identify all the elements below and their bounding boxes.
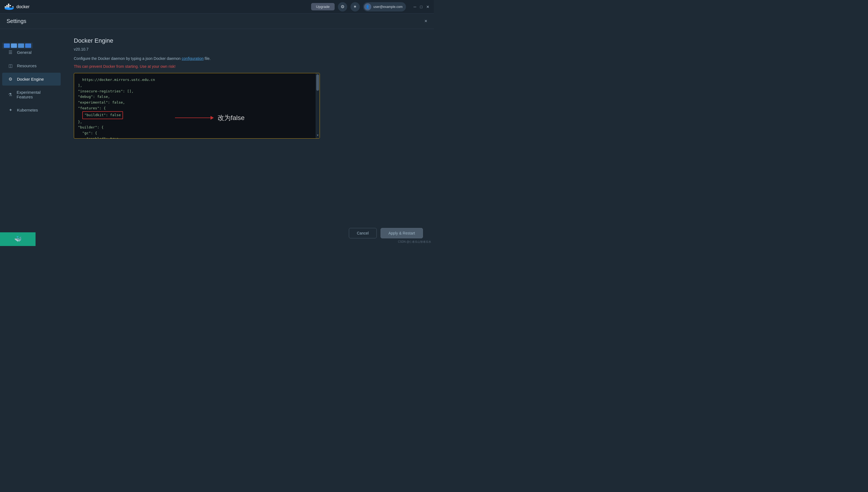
sidebar-item-resources-label: Resources (17, 64, 36, 68)
settings-close-button[interactable]: × (424, 18, 427, 24)
top-bar: docker Upgrade ⚙ ✴ 👤 user@example.com ─ … (0, 0, 434, 14)
svg-point-7 (12, 6, 14, 7)
sidebar-item-kubernetes-label: Kubernetes (17, 108, 38, 112)
description-pre: Configure the Docker daemon by typing a … (74, 56, 182, 61)
main-content: ☰ General ◫ Resources ⚙ Docker Engine ⚗ … (0, 29, 434, 246)
notifications-icon-button[interactable]: ✴ (350, 2, 360, 11)
kubernetes-icon: ✦ (8, 107, 13, 113)
bottom-buttons: Cancel Apply & Restart (349, 228, 423, 238)
sidebar-item-kubernetes[interactable]: ✦ Kubernetes (2, 104, 61, 117)
cancel-button[interactable]: Cancel (349, 228, 377, 238)
app-name: docker (17, 4, 29, 9)
user-name: user@example.com (373, 5, 403, 9)
sidebar-item-experimental-label: Experimental Features (17, 90, 55, 99)
toolbar-icon-4 (25, 44, 31, 48)
toolbar-icons (2, 43, 33, 49)
general-icon: ☰ (8, 50, 13, 55)
settings-header: Settings × (0, 14, 434, 29)
config-link[interactable]: configuration (182, 56, 204, 61)
scrollbar-thumb[interactable] (316, 74, 319, 91)
maximize-button[interactable]: □ (420, 5, 422, 9)
top-bar-left: docker (4, 3, 29, 11)
docker-engine-icon: ⚙ (8, 76, 13, 82)
toolbar-icon-2 (11, 44, 17, 48)
settings-icon-button[interactable]: ⚙ (338, 2, 347, 11)
svg-rect-5 (8, 4, 9, 5)
content-panel: Docker Engine v20.10.7 Configure the Doc… (63, 29, 434, 246)
bottom-whale-bar: 🐳 (0, 232, 35, 246)
sidebar-item-docker-engine-label: Docker Engine (17, 77, 44, 81)
window-controls: ─ □ ✕ (414, 5, 429, 9)
json-content: https://docker.mirrors.ustc.edu.cn ], "i… (78, 77, 316, 139)
user-button[interactable]: 👤 user@example.com (363, 2, 406, 11)
scrollbar[interactable]: ▲ ▼ (316, 73, 320, 138)
apply-restart-button[interactable]: Apply & Restart (380, 228, 423, 238)
close-window-button[interactable]: ✕ (426, 5, 429, 9)
json-editor-wrapper: https://docker.mirrors.ustc.edu.cn ], "i… (74, 73, 325, 139)
docker-logo: docker (4, 3, 29, 11)
settings-title: Settings (6, 18, 26, 24)
warning-text: This can prevent Docker from starting. U… (74, 64, 423, 69)
sidebar-item-general-label: General (17, 50, 31, 55)
scroll-down-arrow[interactable]: ▼ (316, 133, 319, 138)
settings-window: Settings × ☰ General ◫ Resources ⚙ Docke… (0, 14, 434, 246)
sidebar-item-experimental[interactable]: ⚗ Experimental Features (2, 86, 61, 103)
upgrade-button[interactable]: Upgrade (311, 3, 334, 10)
resources-icon: ◫ (8, 63, 13, 68)
sidebar-item-resources[interactable]: ◫ Resources (2, 59, 61, 72)
description-post: file. (204, 56, 211, 61)
page-title: Docker Engine (74, 37, 423, 44)
sidebar: ☰ General ◫ Resources ⚙ Docker Engine ⚗ … (0, 29, 63, 246)
svg-rect-4 (8, 5, 9, 6)
avatar: 👤 (364, 3, 371, 10)
json-editor[interactable]: https://docker.mirrors.ustc.edu.cn ], "i… (74, 73, 320, 139)
svg-rect-3 (6, 5, 8, 6)
top-bar-right: Upgrade ⚙ ✴ 👤 user@example.com ─ □ ✕ (311, 2, 429, 11)
svg-rect-6 (9, 5, 11, 6)
svg-rect-0 (5, 6, 6, 7)
buildkit-highlight: "buildkit": false (82, 111, 123, 119)
footer-text: CSDN @仁者乐山智者乐水 (398, 240, 431, 244)
description-text: Configure the Docker daemon by typing a … (74, 56, 423, 62)
toolbar-icon-1 (4, 44, 10, 48)
version-text: v20.10.7 (74, 47, 423, 51)
sidebar-item-docker-engine[interactable]: ⚙ Docker Engine (2, 73, 61, 85)
toolbar-icon-3 (18, 44, 24, 48)
experimental-icon: ⚗ (8, 92, 13, 97)
minimize-button[interactable]: ─ (414, 5, 416, 9)
bottom-whale-icon: 🐳 (14, 236, 22, 243)
